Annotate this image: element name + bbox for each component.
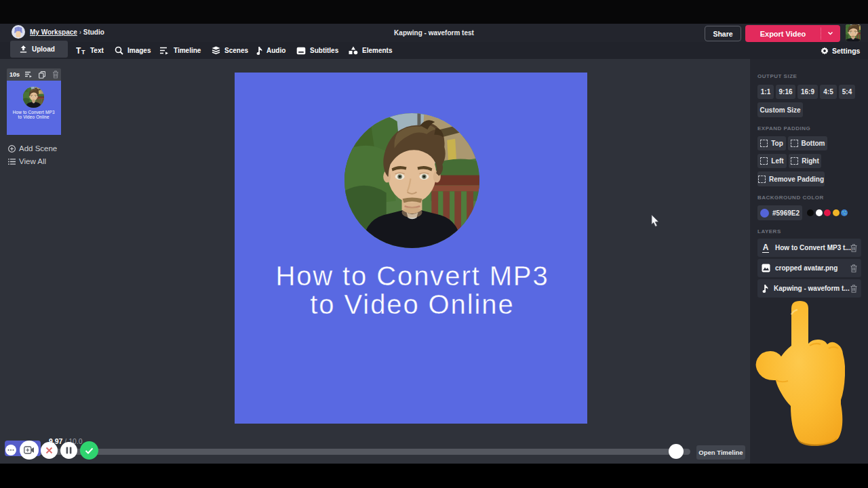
svg-text:T: T xyxy=(76,46,81,55)
svg-text:T: T xyxy=(81,49,85,55)
